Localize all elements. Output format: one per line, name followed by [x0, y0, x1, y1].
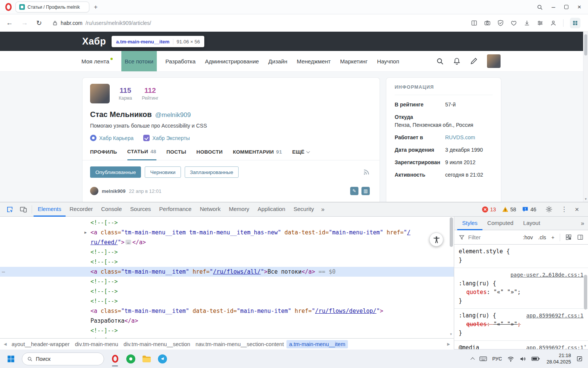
main-menu-item[interactable]: Менеджмент — [296, 51, 331, 71]
user-handle[interactable]: @melnik909 — [155, 111, 191, 119]
dom-tree-line[interactable]: <!--[--> — [0, 286, 454, 296]
post-timestamp[interactable]: 22 апр в 12:01 — [129, 188, 161, 194]
dom-tree-line[interactable]: <!--[--> — [0, 257, 454, 267]
article-list-item[interactable]: melnik909 22 апр в 12:01 ✎ ▥ — [90, 187, 372, 195]
scrollbar-down-arrow[interactable]: ▼ — [584, 344, 586, 348]
devtools-tab-network[interactable]: Network — [196, 202, 225, 217]
opera-logo-icon[interactable] — [5, 3, 12, 11]
dom-tree-line[interactable]: <!--[--> — [0, 296, 454, 306]
profile-tab[interactable]: ЕЩЁ — [292, 149, 309, 160]
devtools-settings-icon[interactable] — [542, 206, 556, 213]
taskbar-opera-icon[interactable] — [107, 351, 123, 367]
devtools-tab-performance[interactable]: Performance — [155, 202, 196, 217]
more-actions-icon[interactable]: ⋯ — [2, 267, 5, 277]
css-declaration[interactable]: quotes: "«" "»"; — [459, 288, 583, 297]
dom-tree-line[interactable]: <a class="tm-main-menu__item" data-test-… — [0, 306, 454, 316]
issues-badge[interactable]: 46 — [522, 206, 536, 212]
main-menu-item[interactable]: Маркетинг — [339, 51, 368, 71]
taskbar-explorer-icon[interactable] — [139, 351, 155, 367]
crumbs-scroll-left-icon[interactable]: ◀ — [2, 342, 9, 346]
shield-check-icon[interactable] — [497, 20, 504, 26]
downloads-icon[interactable] — [524, 20, 530, 26]
rule-selector[interactable]: element.style { — [459, 248, 510, 255]
rss-icon[interactable] — [363, 169, 370, 176]
profile-badge[interactable]: Хабр Эксперты — [143, 135, 190, 141]
taskbar-telegram-icon[interactable] — [155, 351, 170, 367]
breadcrumb-item[interactable]: div.tm-main-menu — [72, 340, 121, 348]
styles-toggle-[interactable]: + — [551, 234, 554, 240]
device-toolbar-icon[interactable] — [17, 206, 30, 213]
touch-keyboard-icon[interactable] — [479, 356, 487, 361]
post-edit-icon[interactable]: ✎ — [350, 187, 358, 195]
minimize-button[interactable]: – — [552, 4, 555, 10]
styles-toggle-hov[interactable]: :hov — [523, 234, 533, 240]
dom-tree-line[interactable]: <!--]--> — [0, 326, 454, 336]
scrollbar-down-arrow[interactable]: ▼ — [450, 333, 452, 336]
element-states-icon[interactable] — [565, 234, 572, 240]
dom-tree-line[interactable]: Разработка</a> — [0, 316, 454, 326]
profile-badge[interactable]: Хабр Карьера — [90, 135, 133, 141]
filter-button[interactable]: Запланированные — [185, 166, 239, 178]
taskbar-search-input[interactable]: Поиск — [22, 353, 104, 365]
habr-logo[interactable]: Хабр — [82, 36, 106, 47]
info-value[interactable]: RUVDS.com — [445, 134, 493, 140]
main-menu-item[interactable]: Все потоки — [121, 51, 157, 71]
volume-icon[interactable] — [519, 356, 526, 362]
profile-avatar[interactable] — [90, 84, 110, 103]
battery-icon[interactable] — [531, 356, 540, 361]
settings-sliders-icon[interactable] — [537, 20, 544, 26]
back-button[interactable]: ← — [6, 19, 13, 27]
breadcrumb-item[interactable]: a.tm-main-menu__item — [286, 340, 348, 348]
filter-button[interactable]: Опубликованные — [90, 166, 141, 178]
more-styles-tabs-icon[interactable]: » — [581, 220, 588, 227]
expand-arrow-icon[interactable]: ▶ — [84, 228, 87, 237]
scrollbar-down-arrow[interactable]: ▼ — [584, 197, 587, 201]
stylesheet-link[interactable]: app.8599692f.css:1 — [526, 311, 583, 320]
post-stats-icon[interactable]: ▥ — [361, 187, 370, 195]
clock[interactable]: 21:18 28.04.2025 — [547, 353, 571, 365]
notifications-bell-icon[interactable] — [453, 57, 461, 65]
maximize-button[interactable] — [564, 5, 568, 9]
breadcrumb-item[interactable]: ayout__header-wrapper — [9, 340, 72, 348]
dom-tree-line[interactable]: <!--]--> — [0, 277, 454, 286]
forward-button[interactable]: → — [21, 19, 28, 27]
devtools-menu-icon[interactable]: ⋮ — [559, 205, 570, 213]
site-search-icon[interactable] — [436, 57, 444, 65]
devtools-tab-recorder[interactable]: Recorder — [66, 202, 97, 217]
profile-tab[interactable]: СТАТЬИ48 — [127, 149, 156, 160]
scrollbar-thumb[interactable] — [584, 34, 587, 55]
dom-tree-line[interactable]: ⋯<a class="tm-main-menu__item" href="/ru… — [0, 267, 454, 277]
breadcrumb-item[interactable]: nav.tm-main-menu__section-content — [193, 340, 286, 348]
reading-list-icon[interactable] — [471, 20, 478, 26]
crumbs-scroll-right-icon[interactable]: ▶ — [445, 342, 452, 346]
devtools-tab-application[interactable]: Application — [253, 202, 289, 217]
console-warnings-badge[interactable]: 58 — [502, 206, 516, 212]
profile-tab[interactable]: КОММЕНТАРИИ91 — [233, 149, 282, 160]
browser-tab[interactable]: Статьи / Профиль melnik — [15, 2, 89, 12]
computed-panel-toggle-icon[interactable] — [577, 234, 583, 240]
post-author[interactable]: melnik909 — [102, 188, 126, 194]
dom-tree-line[interactable]: <!--[--> — [0, 336, 454, 338]
new-tab-button[interactable]: + — [94, 3, 98, 11]
css-declaration[interactable]: quotes: "«" "»"; — [459, 320, 583, 329]
stylesheet-link[interactable]: app.8599692f.css:1 — [526, 343, 583, 349]
bookmark-heart-icon[interactable] — [510, 20, 517, 26]
styles-tab-styles[interactable]: Styles — [457, 217, 482, 230]
profile-icon[interactable] — [550, 20, 557, 26]
devtools-tab-security[interactable]: Security — [289, 202, 318, 217]
post-author-avatar[interactable] — [90, 187, 98, 195]
scrollbar-thumb[interactable] — [584, 275, 587, 309]
close-window-button[interactable]: × — [577, 4, 581, 10]
devtools-tab-elements[interactable]: Elements — [34, 202, 66, 217]
styles-tab-layout[interactable]: Layout — [518, 217, 545, 230]
hidden-icons-chevron[interactable] — [470, 357, 475, 361]
url-field[interactable]: habr.com/ru/users/melnik909/articles/ — [52, 20, 471, 26]
dom-tree-line[interactable]: ▶<a class="tm-main-menu__item tm-main-me… — [0, 228, 454, 237]
reload-button[interactable]: ↻ — [36, 19, 42, 27]
inline-expand-button[interactable]: … — [126, 240, 131, 245]
more-tabs-icon[interactable]: » — [318, 206, 328, 213]
language-indicator[interactable]: РУС — [492, 356, 502, 362]
devtools-tab-console[interactable]: Console — [97, 202, 126, 217]
styles-toggle-cls[interactable]: .cls — [538, 234, 546, 240]
profile-tab[interactable]: ПОСТЫ — [167, 149, 187, 160]
